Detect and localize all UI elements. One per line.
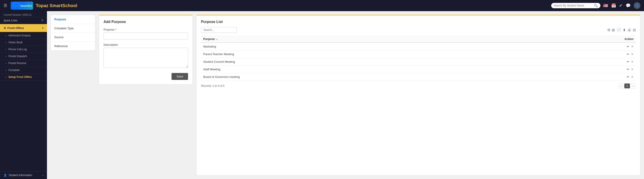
arrow-icon: »	[5, 69, 7, 71]
edit-icon[interactable]: ✏	[627, 52, 629, 56]
delete-icon[interactable]: ✕	[631, 75, 634, 79]
sidebar-bottom-label: Student Information	[9, 174, 32, 177]
sidebar-submenu-label: Complain	[8, 68, 20, 72]
col-header-action: Action	[528, 35, 636, 43]
circle-icon: ⊙	[4, 26, 6, 30]
copy-icon[interactable]: ⧉	[608, 28, 610, 32]
sidebar-item-student-information[interactable]: 👤 Student Information ‹	[0, 171, 47, 179]
save-button[interactable]: Save	[172, 73, 188, 80]
calendar-icon[interactable]: 📅	[611, 3, 616, 8]
sidebar-item-postal-receive[interactable]: » Postal Receive	[0, 60, 47, 67]
table-row: Board of Governors meeting ✏ ✕	[201, 73, 636, 81]
sidebar-item-front-office[interactable]: ⊙ Front Office ▾	[0, 24, 47, 32]
left-panel-item-complain-type[interactable]: Complain Type	[51, 24, 95, 33]
columns-icon[interactable]: ⊟	[633, 28, 636, 32]
hamburger-icon[interactable]: ☰	[4, 3, 7, 8]
chevron-down-icon: ▾	[42, 27, 44, 29]
list-search-input[interactable]	[201, 27, 237, 33]
search-bar[interactable]: 🔍	[551, 3, 600, 8]
top-navbar: ☰ SmartSchool Topaz SmartSchool 🔍 🇺🇸 📅 ✔…	[0, 0, 644, 11]
grid-icon[interactable]: ⠿	[41, 19, 44, 22]
form-panel: Add Purpose Purpose * Description Save	[99, 15, 193, 85]
list-footer: Records: 1 to 5 of 5 ‹ 1 ›	[201, 83, 636, 88]
next-page-button[interactable]: ›	[631, 83, 636, 88]
session-label: Current Session: 2020-21	[0, 11, 47, 17]
table-row: Staff Meeting ✏ ✕	[201, 66, 636, 73]
sidebar-submenu-label: Visitor Book	[8, 41, 23, 44]
description-textarea[interactable]	[104, 48, 188, 68]
app-logo: SmartSchool	[11, 1, 33, 9]
sidebar-submenu-label: Postal Receive	[8, 62, 26, 65]
excel-icon[interactable]: ⊞	[612, 28, 615, 32]
table-row: Parent Teacher Meeting ✏ ✕	[201, 50, 636, 58]
form-actions: Save	[104, 73, 188, 80]
edit-icon[interactable]: ✏	[627, 45, 629, 48]
svg-text:SmartSchool: SmartSchool	[20, 4, 32, 7]
quick-links-bar[interactable]: Quick Links ⠿	[0, 17, 47, 24]
person-icon: 👤	[4, 174, 7, 177]
description-field-label: Description	[104, 43, 188, 46]
whatsapp-icon[interactable]: 💬	[626, 3, 630, 8]
purpose-cell: Board of Governors meeting	[201, 73, 528, 81]
print-icon[interactable]: 🖨	[628, 28, 631, 32]
left-panel-item-reference[interactable]: Reference	[51, 42, 95, 50]
sidebar-item-setup-front-office[interactable]: » Setup Front Office	[0, 74, 47, 81]
prev-page-button[interactable]: ‹	[618, 83, 624, 88]
purpose-cell: Marketing	[201, 43, 528, 50]
required-indicator: *	[115, 28, 116, 31]
purpose-cell: Student Council Meeting	[201, 58, 528, 66]
delete-icon[interactable]: ✕	[631, 68, 634, 71]
csv-icon[interactable]: 📄	[616, 28, 621, 32]
arrow-icon: »	[5, 76, 7, 78]
left-panel-item-purpose[interactable]: Purpose	[51, 15, 95, 24]
arrow-icon: »	[5, 41, 7, 44]
sidebar-submenu-label: Setup Front Office	[8, 75, 32, 79]
sidebar-submenu-label: Admission Enquiry	[8, 34, 31, 37]
delete-icon[interactable]: ✕	[631, 52, 634, 56]
flag-icon[interactable]: 🇺🇸	[603, 3, 608, 8]
purpose-field-label: Purpose *	[104, 28, 188, 31]
search-icon: 🔍	[594, 4, 598, 7]
delete-icon[interactable]: ✕	[631, 45, 634, 48]
edit-icon[interactable]: ✏	[627, 60, 629, 63]
list-search	[201, 27, 237, 33]
page-1-button[interactable]: 1	[624, 83, 630, 88]
sidebar-item-label: Front Office	[8, 26, 24, 30]
complain-type-label: Complain Type	[54, 26, 74, 30]
purpose-input[interactable]	[104, 33, 188, 39]
edit-icon[interactable]: ✏	[627, 75, 629, 79]
avatar[interactable]: 👤	[634, 2, 640, 9]
main-layout: Current Session: 2020-21 Quick Links ⠿ ⊙…	[0, 11, 644, 179]
col-header-purpose: Purpose ▴	[201, 35, 528, 43]
records-text: Records: 1 to 5 of 5	[201, 84, 224, 87]
purpose-cell: Staff Meeting	[201, 66, 528, 73]
sort-icon: ▴	[216, 38, 217, 40]
sidebar-item-admission-enquiry[interactable]: » Admission Enquiry	[0, 32, 47, 39]
sidebar-item-phone-call-log[interactable]: » Phone Call Log	[0, 46, 47, 53]
main-content: Purpose Complain Type Source Reference A…	[47, 11, 644, 179]
search-input[interactable]	[554, 4, 592, 7]
left-panel: Purpose Complain Type Source Reference	[50, 15, 95, 51]
pdf-icon[interactable]: ⬇	[623, 28, 626, 32]
quick-links-label: Quick Links	[4, 19, 18, 22]
delete-icon[interactable]: ✕	[631, 60, 634, 63]
sidebar-item-visitor-book[interactable]: » Visitor Book	[0, 39, 47, 46]
topnav-icons: 🇺🇸 📅 ✔ 💬 👤	[603, 2, 640, 9]
description-field-group: Description	[104, 43, 188, 68]
arrow-icon: »	[5, 48, 7, 51]
table-row: Marketing ✏ ✕	[201, 43, 636, 50]
sidebar: Current Session: 2020-21 Quick Links ⠿ ⊙…	[0, 11, 47, 179]
sidebar-submenu-label: Postal Dispatch	[8, 55, 27, 58]
purpose-label: Purpose	[54, 18, 66, 21]
sidebar-item-postal-dispatch[interactable]: » Postal Dispatch	[0, 53, 47, 60]
arrow-icon: »	[5, 55, 7, 58]
table-row: Student Council Meeting ✏ ✕	[201, 58, 636, 66]
check-icon[interactable]: ✔	[619, 3, 622, 8]
edit-icon[interactable]: ✏	[627, 68, 629, 71]
source-label: Source	[54, 35, 64, 39]
left-panel-item-source[interactable]: Source	[51, 33, 95, 42]
reference-label: Reference	[54, 44, 68, 48]
sidebar-item-complain[interactable]: » Complain	[0, 67, 47, 74]
list-toolbar-icons: ⧉ ⊞ 📄 ⬇ 🖨 ⊟	[608, 28, 636, 32]
list-toolbar: ⧉ ⊞ 📄 ⬇ 🖨 ⊟	[201, 27, 636, 33]
